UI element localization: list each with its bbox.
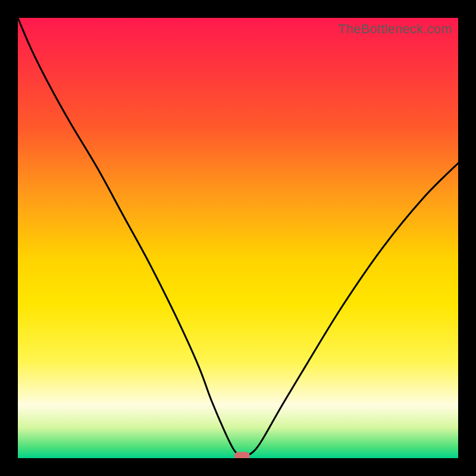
optimal-marker [234, 452, 250, 458]
watermark-text: TheBottleneck.com [338, 21, 452, 37]
chart-frame: TheBottleneck.com [0, 0, 476, 476]
plot-area: TheBottleneck.com [18, 18, 458, 458]
bottleneck-curve [18, 18, 458, 458]
curve-path [18, 18, 458, 457]
